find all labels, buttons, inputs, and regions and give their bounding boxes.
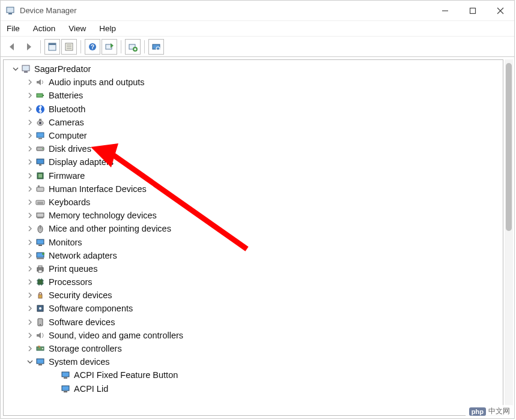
monitor-icon	[35, 237, 46, 248]
titlebar: Device Manager	[1, 1, 514, 21]
expander-icon[interactable]	[26, 278, 34, 286]
tree-category-keyboard[interactable]: Keyboards	[4, 196, 503, 209]
tree-category-bluetooth[interactable]: Bluetooth	[4, 103, 503, 116]
update-driver-button[interactable]	[102, 39, 117, 55]
close-button[interactable]	[487, 1, 514, 21]
tree-node-label: Print queues	[49, 264, 97, 274]
expander-icon[interactable]	[26, 185, 34, 193]
svg-rect-73	[64, 377, 67, 379]
expander-icon[interactable]	[26, 158, 34, 166]
expander-icon[interactable]	[26, 319, 34, 326]
tree-category-memory[interactable]: Memory technology devices	[4, 209, 503, 222]
minimize-button[interactable]	[431, 1, 459, 21]
maximize-button[interactable]	[459, 1, 487, 21]
tree-category-pc[interactable]: Computer	[4, 129, 503, 142]
printer-icon	[35, 263, 46, 274]
storage-icon	[35, 343, 46, 354]
tree-category-firmware[interactable]: Firmware	[4, 169, 503, 182]
expander-icon[interactable]	[26, 305, 34, 312]
expander-icon[interactable]	[52, 385, 59, 392]
expander-icon[interactable]	[26, 172, 34, 179]
expander-icon[interactable]	[26, 265, 34, 272]
menu-action[interactable]: Action	[33, 24, 56, 33]
expander-icon[interactable]	[26, 132, 34, 139]
scan-hardware-button[interactable]	[148, 39, 164, 55]
battery-icon	[35, 90, 46, 101]
svg-rect-70	[37, 359, 44, 364]
expander-icon[interactable]	[26, 252, 34, 259]
menu-view[interactable]: View	[68, 24, 86, 33]
toolbar-separator	[144, 40, 145, 53]
svg-rect-29	[37, 133, 44, 137]
tree-category-battery[interactable]: Batteries	[4, 89, 503, 102]
tree-category-system[interactable]: System devices	[4, 355, 503, 368]
expander-icon[interactable]	[26, 92, 34, 99]
svg-rect-52	[38, 266, 42, 268]
back-button[interactable]	[4, 39, 20, 55]
vertical-scrollbar[interactable]	[505, 59, 513, 416]
device-manager-window: Device Manager File Action View Help	[0, 0, 515, 419]
tree-category-mouse[interactable]: Mice and other pointing devices	[4, 222, 503, 235]
svg-rect-23	[37, 94, 43, 97]
content-area: SagarPredatorAudio inputs and outputsBat…	[1, 57, 514, 418]
tree-category-camera[interactable]: Cameras	[4, 116, 503, 129]
properties-button[interactable]	[61, 39, 77, 55]
expander-icon[interactable]	[26, 345, 34, 352]
expander-icon[interactable]	[26, 332, 34, 339]
tree-category-softdev[interactable]: Software devices	[4, 316, 503, 329]
tree-category-security[interactable]: Security devices	[4, 289, 503, 302]
mouse-icon	[35, 223, 46, 234]
show-hidden-button[interactable]	[44, 39, 60, 55]
security-icon	[35, 290, 46, 301]
tree-device[interactable]: ACPI Lid	[4, 382, 503, 395]
tree-category-monitor[interactable]: Monitors	[4, 235, 503, 248]
app-icon	[5, 6, 15, 16]
device-tree[interactable]: SagarPredatorAudio inputs and outputsBat…	[3, 59, 503, 416]
tree-category-cpu[interactable]: Processors	[4, 275, 503, 289]
memory-icon	[35, 210, 46, 221]
tree-node-label: Storage controllers	[49, 344, 122, 353]
tree-category-printer[interactable]: Print queues	[4, 262, 503, 275]
tree-node-label: Disk drives	[49, 144, 91, 154]
expander-icon[interactable]	[26, 119, 34, 126]
menu-help[interactable]: Help	[99, 24, 116, 33]
expander-icon[interactable]	[26, 212, 34, 219]
svg-rect-24	[43, 95, 44, 96]
tree-category-display[interactable]: Display adapters	[4, 155, 503, 169]
forward-button[interactable]	[21, 39, 37, 55]
expander-icon[interactable]	[26, 225, 34, 232]
tree-node-label: Monitors	[49, 238, 82, 247]
svg-text:?: ?	[91, 44, 94, 50]
expander-icon[interactable]	[26, 358, 34, 365]
tree-category-storage[interactable]: Storage controllers	[4, 342, 503, 355]
expander-icon[interactable]	[26, 292, 34, 299]
tree-category-network[interactable]: Network adapters	[4, 249, 503, 262]
expander-icon[interactable]	[26, 199, 34, 206]
watermark-text: 中文网	[488, 406, 510, 416]
help-button[interactable]: ?	[85, 39, 100, 55]
tree-category-softcomp[interactable]: Software components	[4, 302, 503, 315]
menu-file[interactable]: File	[7, 24, 20, 33]
expander-icon[interactable]	[52, 371, 59, 379]
add-legacy-button[interactable]	[125, 39, 141, 55]
svg-rect-30	[38, 138, 42, 139]
tree-device[interactable]: ACPI Fixed Feature Button	[4, 368, 503, 382]
svg-rect-63	[38, 295, 42, 298]
tree-category-sound[interactable]: Sound, video and game controllers	[4, 329, 503, 342]
expander-icon[interactable]	[26, 145, 34, 152]
tree-category-disk[interactable]: Disk drives	[4, 142, 503, 155]
expander-icon[interactable]	[26, 239, 34, 246]
tree-category-speaker[interactable]: Audio inputs and outputs	[4, 76, 503, 89]
scrollbar-thumb[interactable]	[506, 63, 512, 231]
tree-category-hid[interactable]: Human Interface Devices	[4, 182, 503, 196]
svg-rect-49	[37, 258, 44, 259]
tree-root[interactable]: SagarPredator	[4, 62, 503, 76]
toolbar-separator	[80, 40, 81, 53]
tree-node-label: Mice and other pointing devices	[49, 224, 171, 233]
expander-icon[interactable]	[26, 106, 34, 113]
expander-icon[interactable]	[26, 79, 34, 86]
svg-rect-3	[470, 8, 476, 13]
toolbar-separator	[40, 40, 41, 53]
expander-icon[interactable]	[12, 65, 19, 73]
tree-node-label: Human Interface Devices	[49, 184, 147, 194]
